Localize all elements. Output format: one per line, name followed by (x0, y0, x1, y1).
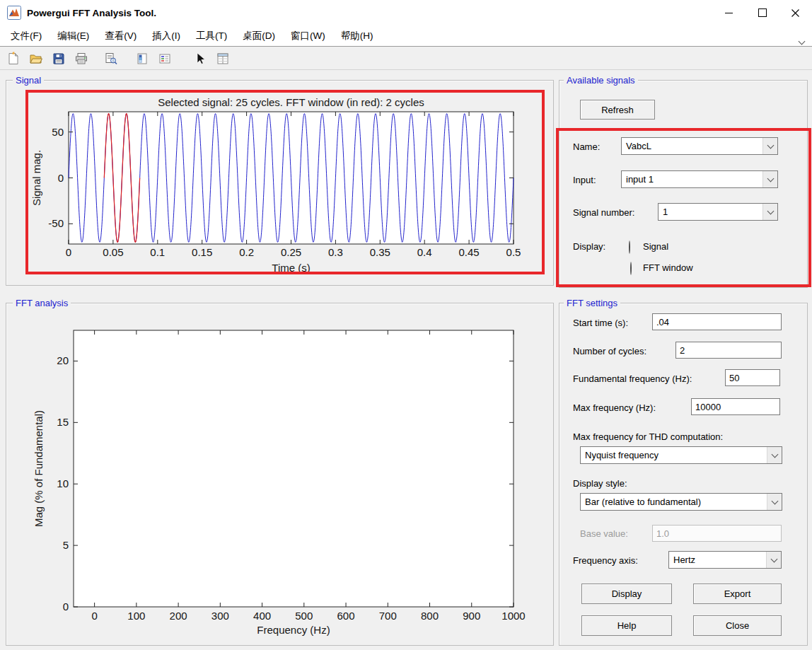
insert-legend-button[interactable] (156, 50, 174, 68)
x-tick-label: 1000 (501, 610, 525, 622)
minimize-button[interactable] (712, 0, 746, 25)
y-tick-label: 50 (52, 126, 64, 138)
x-tick-label: 600 (337, 610, 355, 622)
save-figure-button[interactable] (50, 50, 68, 68)
signal-number-dropdown-value: 1 (659, 204, 762, 220)
fft-settings-panel-label: FFT settings (564, 298, 620, 308)
maximize-button[interactable] (746, 0, 779, 25)
menu-item-insert[interactable]: 插入(I) (144, 25, 188, 47)
display-button[interactable]: Display (581, 584, 672, 604)
close-dialog-button[interactable]: Close (693, 615, 782, 636)
y-tick-label: 0 (63, 600, 69, 613)
menu-item-view[interactable]: 查看(V) (97, 25, 144, 47)
chevron-down-icon[interactable] (766, 552, 781, 568)
menu-item-desktop[interactable]: 桌面(D) (235, 25, 283, 47)
window-controls (712, 0, 812, 25)
property-inspector-button[interactable] (214, 50, 232, 68)
close-icon (791, 9, 799, 17)
y-tick-label: -50 (48, 217, 64, 229)
y-tick-label: 0 (58, 172, 64, 184)
help-button[interactable]: Help (581, 615, 672, 636)
input-dropdown[interactable]: input 1 (621, 170, 778, 188)
fft-analysis-plot: 0100200300400500600700800900100005101520… (6, 303, 552, 644)
print-preview-icon (104, 52, 118, 66)
open-file-button[interactable] (27, 50, 45, 68)
plot-title: Selected signal: 25 cycles. FFT window (… (158, 96, 424, 108)
signal-plot: 00.050.10.150.20.250.30.350.40.450.5-500… (6, 79, 552, 284)
export-button[interactable]: Export (693, 584, 782, 604)
print-preview-button[interactable] (102, 50, 120, 68)
x-tick-label: 0 (91, 610, 97, 622)
x-tick-label: 0.3 (328, 246, 343, 258)
thd-max-frequency-dropdown[interactable]: Nyquist frequency (580, 446, 782, 464)
display-style-dropdown-value: Bar (relative to fundamental) (581, 494, 767, 510)
y-tick-label: 5 (63, 539, 69, 551)
max-frequency-label: Max frequency (Hz): (573, 402, 656, 414)
menu-item-help[interactable]: 帮助(H) (333, 25, 381, 47)
new-figure-button[interactable] (4, 50, 23, 68)
number-of-cycles-input[interactable] (675, 342, 782, 359)
menu-item-edit[interactable]: 编辑(E) (50, 25, 97, 47)
print-figure-button[interactable] (72, 50, 91, 68)
signal-number-dropdown[interactable]: 1 (658, 203, 778, 221)
thd-max-frequency-label: Max frequency for THD computation: (573, 431, 723, 443)
edit-plot-button[interactable] (191, 50, 209, 68)
window-title: Powergui FFT Analysis Tool. (27, 0, 156, 25)
x-tick-label: 0.15 (192, 246, 212, 258)
printer-icon (74, 52, 88, 66)
max-frequency-input[interactable] (691, 398, 780, 415)
chevron-down-icon[interactable] (762, 138, 777, 154)
input-label: Input: (573, 175, 596, 186)
x-tick-label: 0.4 (417, 246, 432, 258)
chevron-down-icon[interactable] (767, 447, 782, 463)
refresh-button[interactable]: Refresh (580, 100, 655, 120)
name-dropdown[interactable]: VabcL (621, 137, 778, 155)
chevron-down-icon[interactable] (762, 171, 777, 187)
fundamental-frequency-input[interactable] (725, 369, 780, 386)
open-folder-icon (29, 52, 43, 66)
close-button[interactable] (779, 0, 812, 25)
x-tick-label: 800 (421, 610, 439, 622)
x-tick-label: 700 (379, 610, 397, 622)
save-icon (52, 52, 66, 66)
axes-frame (74, 330, 514, 607)
radio-signal[interactable] (629, 240, 630, 254)
input-dropdown-value: input 1 (622, 171, 762, 187)
menu-item-tools[interactable]: 工具(T) (188, 25, 235, 47)
x-tick-label: 0.05 (103, 246, 123, 258)
display-style-dropdown[interactable]: Bar (relative to fundamental) (580, 493, 782, 511)
menu-item-window[interactable]: 窗口(W) (283, 25, 333, 47)
frequency-axis-label: Frequency axis: (573, 555, 638, 567)
x-tick-label: 0.35 (370, 246, 390, 258)
y-tick-label: 20 (57, 354, 69, 366)
new-figure-icon (6, 52, 21, 66)
frequency-axis-dropdown[interactable]: Hertz (668, 551, 782, 569)
insert-colorbar-button[interactable] (133, 50, 151, 68)
radio-fft-window-label[interactable]: FFT window (643, 262, 693, 274)
y-tick-label: 10 (57, 477, 69, 489)
radio-fft-window[interactable] (630, 262, 632, 275)
minimize-icon (725, 13, 733, 13)
x-tick-label: 200 (170, 610, 187, 622)
y-tick-label: 15 (57, 416, 69, 428)
frequency-axis-dropdown-value: Hertz (669, 552, 766, 568)
start-time-input[interactable] (652, 313, 782, 330)
x-tick-label: 0.45 (458, 246, 479, 258)
radio-signal-label[interactable]: Signal (643, 241, 668, 253)
number-of-cycles-label: Number of cycles: (573, 346, 646, 357)
base-value-input (652, 525, 782, 542)
x-tick-label: 300 (211, 610, 229, 622)
name-dropdown-value: VabcL (622, 138, 762, 154)
chevron-down-icon[interactable] (767, 494, 782, 510)
menu-item-file[interactable]: 文件(F) (3, 25, 50, 47)
display-style-label: Display style: (573, 478, 627, 489)
x-axis-label: Time (s) (272, 262, 310, 274)
chevron-down-icon[interactable] (762, 204, 777, 220)
x-tick-label: 0.5 (506, 246, 521, 258)
fundamental-frequency-label: Fundamental frequency (Hz): (573, 373, 692, 385)
name-label: Name: (573, 141, 600, 153)
thd-max-frequency-dropdown-value: Nyquist frequency (581, 447, 767, 463)
display-label: Display: (573, 241, 605, 253)
x-tick-label: 0.2 (239, 246, 254, 258)
menu-overflow-icon[interactable] (799, 34, 805, 40)
